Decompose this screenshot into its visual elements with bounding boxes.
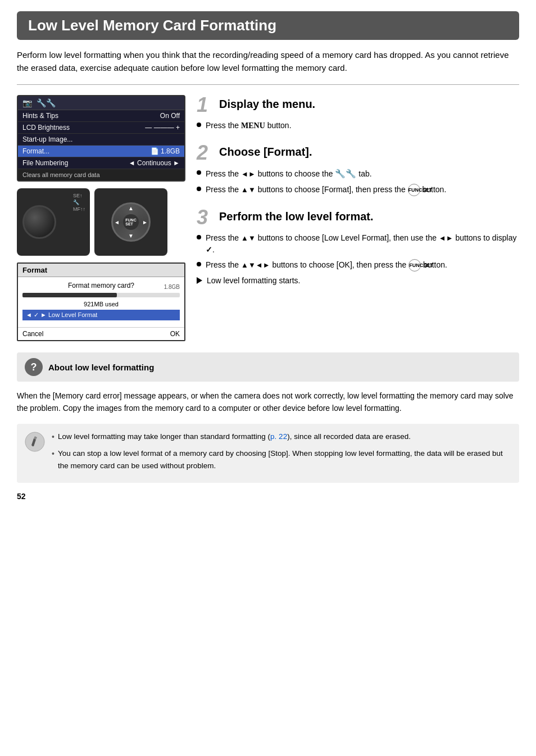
format-dialog: Format Format memory card? 1.8GB 921MB u… xyxy=(17,262,185,341)
about-title: About low level formatting xyxy=(48,363,154,372)
step-3-bullets: Press the ▲▼ buttons to choose [Low Leve… xyxy=(197,232,519,287)
format-progress-bar: 1.8GB xyxy=(22,293,180,297)
step-2-bullet-2: Press the ▲▼ buttons to choose [Format],… xyxy=(197,184,519,196)
page-title: Low Level Memory Card Formatting xyxy=(17,11,519,40)
camera-lens xyxy=(22,205,56,239)
format-buttons: Cancel OK xyxy=(18,327,184,340)
camera-screen-header: 📷 🔧🔧 xyxy=(18,96,184,110)
right-column: 1 Display the menu. Press the MENU butto… xyxy=(197,95,519,341)
settings-tab-icon: 🔧🔧 xyxy=(37,98,56,107)
bullet-dot xyxy=(197,262,201,266)
format-cancel-button[interactable]: Cancel xyxy=(22,330,43,338)
func-set-inline-icon: FUNCSET xyxy=(408,184,420,196)
main-content: 📷 🔧🔧 Hints & Tips On Off LCD Brightness … xyxy=(17,95,519,341)
format-dialog-title: Format xyxy=(18,264,184,277)
format-dialog-body: Format memory card? 1.8GB 921MB used ◄ ✓… xyxy=(18,277,184,327)
about-icon: ? xyxy=(25,358,43,376)
step-2-title: Choose [Format]. xyxy=(219,143,312,159)
left-column: 📷 🔧🔧 Hints & Tips On Off LCD Brightness … xyxy=(17,95,185,341)
note-bullet-1: • xyxy=(52,431,54,443)
step-1-title: Display the menu. xyxy=(219,95,315,111)
format-low-level-row: ◄ ✓ ► Low Level Format xyxy=(22,310,180,320)
func-set-inline-icon-2: FUNCSET xyxy=(408,259,421,271)
divider xyxy=(17,84,519,85)
menu-item-hints: Hints & Tips On Off xyxy=(18,110,184,122)
intro-text: Perform low level formatting when you th… xyxy=(17,49,519,74)
about-section: ? About low level formatting xyxy=(17,352,519,382)
checkmark-icon: ✓ xyxy=(206,245,212,254)
step-2-bullet-1: Press the ◄► buttons to choose the 🔧🔧 ta… xyxy=(197,168,519,180)
camera-footer-text: Clears all memory card data xyxy=(18,169,184,180)
format-used: 921MB used xyxy=(22,301,180,307)
menu-item-format: Format... 📄 1.8GB xyxy=(18,146,184,157)
step-3-bullet-1: Press the ▲▼ buttons to choose [Low Leve… xyxy=(197,232,519,256)
format-size: 1.8GB xyxy=(164,284,180,290)
up-down-arrows-2: ▲▼ xyxy=(241,234,256,242)
format-question: Format memory card? xyxy=(22,282,180,289)
wrench-icon: 🔧🔧 xyxy=(335,169,356,178)
bullet-dot xyxy=(197,187,201,191)
step-3-bullet-3: Low level formatting starts. xyxy=(197,275,519,287)
step-1-header: 1 Display the menu. xyxy=(197,95,519,115)
note-bullet-2: • xyxy=(52,447,54,460)
left-right-arrows-2: ◄► xyxy=(439,234,453,242)
notes-section: • Low level formatting may take longer t… xyxy=(17,424,519,483)
step-1-number: 1 xyxy=(197,95,214,115)
all-arrows: ▲▼◄► xyxy=(241,261,270,269)
step-1-bullet-1: Press the MENU button. xyxy=(197,120,519,132)
note-item-1: • Low level formatting may take longer t… xyxy=(52,431,511,443)
menu-item-startup: Start-up Image... xyxy=(18,134,184,146)
menu-label: MENU xyxy=(241,121,265,130)
bullet-dot xyxy=(197,170,201,175)
step-3-bullet-2: Press the ▲▼◄► buttons to choose [OK], t… xyxy=(197,259,519,271)
step-3-title: Perform the low level format. xyxy=(219,207,374,223)
triangle-bullet xyxy=(197,277,202,284)
func-set-button: FUNCSET xyxy=(123,214,139,230)
camera-body-left: SE↑ 🔧 MF↑↑ xyxy=(17,188,90,256)
step-2: 2 Choose [Format]. Press the ◄► buttons … xyxy=(197,143,519,196)
page-link-22[interactable]: p. 22 xyxy=(270,432,287,441)
step-3-number: 3 xyxy=(197,207,214,228)
step-3: 3 Perform the low level format. Press th… xyxy=(197,207,519,287)
nav-ring: FUNCSET ▲ ▼ ◄ ► xyxy=(111,202,151,242)
step-2-bullets: Press the ◄► buttons to choose the 🔧🔧 ta… xyxy=(197,168,519,196)
format-progress-fill xyxy=(22,293,117,297)
pencil-icon xyxy=(25,432,45,452)
format-ok-button[interactable]: OK xyxy=(170,330,180,338)
menu-item-lcd: LCD Brightness — ——— + xyxy=(18,122,184,134)
note-item-2: • You can stop a low level format of a m… xyxy=(52,447,511,472)
step-1-bullets: Press the MENU button. xyxy=(197,120,519,132)
camera-menu-screen: 📷 🔧🔧 Hints & Tips On Off LCD Brightness … xyxy=(17,95,185,182)
camera-body-right: FUNCSET ▲ ▼ ◄ ► xyxy=(94,188,167,256)
step-2-number: 2 xyxy=(197,143,214,163)
camera-tab-icon: 📷 xyxy=(22,98,32,107)
up-down-arrows: ▲▼ xyxy=(241,185,256,194)
notes-content: • Low level formatting may take longer t… xyxy=(52,431,511,477)
about-body: When the [Memory card error] message app… xyxy=(17,390,519,415)
left-right-arrows: ◄► xyxy=(241,170,256,178)
bullet-dot xyxy=(197,235,201,239)
step-2-header: 2 Choose [Format]. xyxy=(197,143,519,163)
bullet-dot xyxy=(197,123,201,127)
menu-item-numbering: File Numbering ◄ Continuous ► xyxy=(18,157,184,169)
page-number: 52 xyxy=(17,492,519,501)
camera-images: SE↑ 🔧 MF↑↑ FUNCSET ▲ ▼ ◄ ► xyxy=(17,188,185,256)
step-3-header: 3 Perform the low level format. xyxy=(197,207,519,228)
step-1: 1 Display the menu. Press the MENU butto… xyxy=(197,95,519,132)
